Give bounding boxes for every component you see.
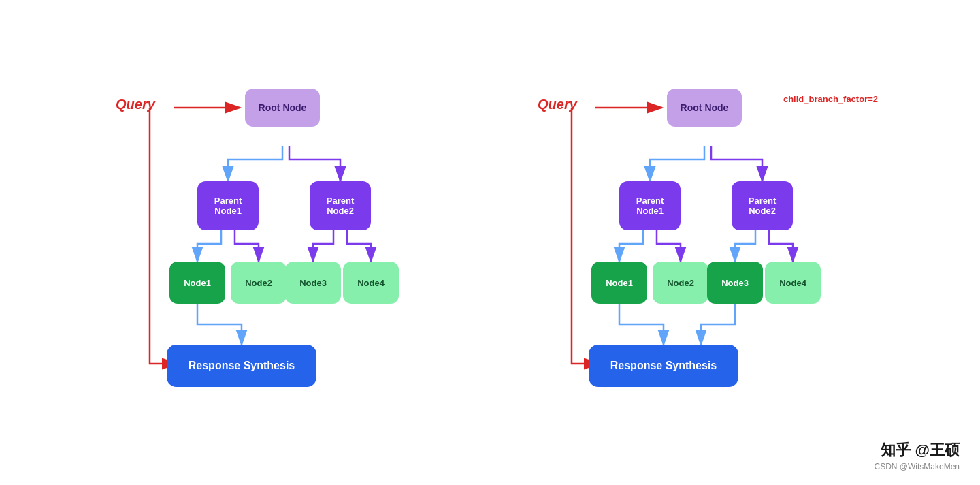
- left-node2: Node2: [231, 262, 287, 304]
- right-annotation: child_branch_factor=2: [783, 94, 878, 104]
- right-query-label: Query: [538, 97, 577, 112]
- left-query-label: Query: [116, 97, 155, 112]
- left-node1: Node1: [169, 262, 225, 304]
- right-parent-node1: Parent Node1: [619, 181, 681, 230]
- left-root-node: Root Node: [245, 89, 320, 127]
- left-node4: Node4: [343, 262, 399, 304]
- right-response-synthesis: Response Synthesis: [589, 345, 738, 387]
- right-node1: Node1: [591, 262, 647, 304]
- main-container: Query Root Node Parent Node1 Parent Node…: [0, 0, 980, 485]
- right-root-node: Root Node: [667, 89, 742, 127]
- watermark-sub: CSDN @WitsMakeMen: [874, 462, 960, 471]
- watermark: 知乎 @王硕 CSDN @WitsMakeMen: [874, 440, 960, 471]
- right-node3: Node3: [707, 262, 763, 304]
- right-node2: Node2: [653, 262, 708, 304]
- left-response-synthesis: Response Synthesis: [167, 345, 316, 387]
- right-diagram: Query child_branch_factor=2 Root Node Pa…: [531, 45, 871, 440]
- left-node3: Node3: [285, 262, 341, 304]
- right-node4: Node4: [765, 262, 821, 304]
- watermark-main: 知乎 @王硕: [874, 440, 960, 460]
- left-parent-node1: Parent Node1: [197, 181, 259, 230]
- right-parent-node2: Parent Node2: [732, 181, 793, 230]
- left-diagram: Query Root Node Parent Node1 Parent Node…: [109, 45, 449, 440]
- left-parent-node2: Parent Node2: [310, 181, 371, 230]
